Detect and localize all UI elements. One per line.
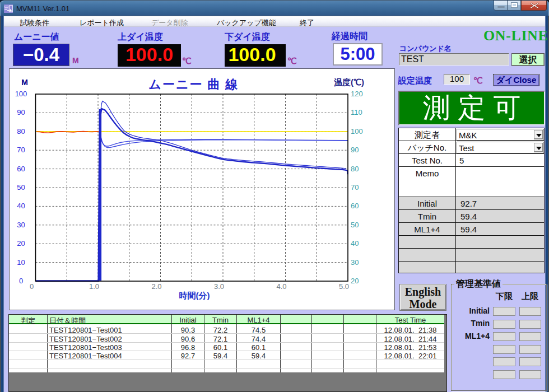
svg-text:100: 100 <box>15 90 27 98</box>
svg-text:40: 40 <box>351 239 359 248</box>
svg-text:70: 70 <box>351 183 359 192</box>
svg-text:時間(分): 時間(分) <box>179 291 210 300</box>
svg-text:80: 80 <box>351 165 359 173</box>
svg-text:1.0: 1.0 <box>89 282 99 291</box>
svg-text:5.0: 5.0 <box>339 282 349 291</box>
svg-text:10: 10 <box>17 258 25 267</box>
svg-text:60: 60 <box>351 202 359 210</box>
svg-text:3.0: 3.0 <box>214 282 224 291</box>
svg-text:M: M <box>21 78 28 87</box>
svg-text:50: 50 <box>351 221 359 229</box>
svg-text:30: 30 <box>351 258 359 267</box>
svg-text:90: 90 <box>17 108 25 116</box>
svg-text:80: 80 <box>17 127 25 136</box>
svg-text:50: 50 <box>17 183 25 192</box>
svg-text:ムーニー 曲 線: ムーニー 曲 線 <box>148 77 239 91</box>
svg-text:20: 20 <box>17 239 25 248</box>
svg-text:100: 100 <box>351 127 363 136</box>
svg-text:30: 30 <box>17 221 25 229</box>
svg-text:0: 0 <box>30 282 34 291</box>
svg-text:2.0: 2.0 <box>151 282 161 291</box>
svg-text:60: 60 <box>17 165 25 173</box>
svg-text:温度(℃): 温度(℃) <box>333 77 364 87</box>
svg-text:120: 120 <box>351 90 363 98</box>
svg-text:70: 70 <box>17 146 25 154</box>
svg-text:20: 20 <box>351 277 359 285</box>
svg-text:0: 0 <box>19 277 23 285</box>
svg-text:40: 40 <box>17 202 25 210</box>
svg-text:4.0: 4.0 <box>276 282 286 291</box>
svg-text:90: 90 <box>351 146 359 154</box>
svg-text:110: 110 <box>351 108 362 116</box>
